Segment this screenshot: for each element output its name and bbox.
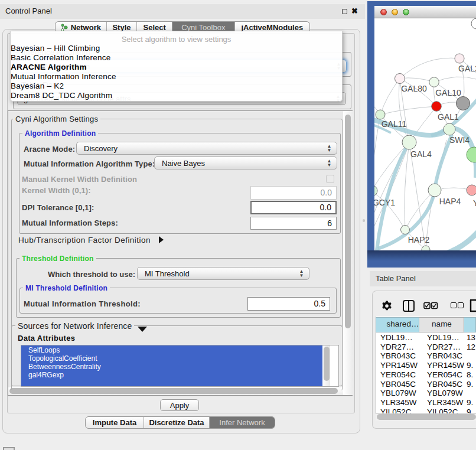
svg-text:GAL80: GAL80 <box>401 84 427 93</box>
svg-text:GAL1: GAL1 <box>438 112 459 122</box>
svg-text:GAL11: GAL11 <box>382 119 407 129</box>
svg-text:Y: Y <box>473 198 476 208</box>
svg-text:GAL4: GAL4 <box>410 149 432 159</box>
svg-text:GCY1: GCY1 <box>374 198 395 207</box>
svg-text:SWI4: SWI4 <box>449 135 470 145</box>
svg-text:HAP2: HAP2 <box>408 235 430 244</box>
svg-text:HAP4: HAP4 <box>439 197 461 206</box>
svg-text:GAL10: GAL10 <box>435 88 461 97</box>
svg-text:GAL2: GAL2 <box>458 64 476 73</box>
